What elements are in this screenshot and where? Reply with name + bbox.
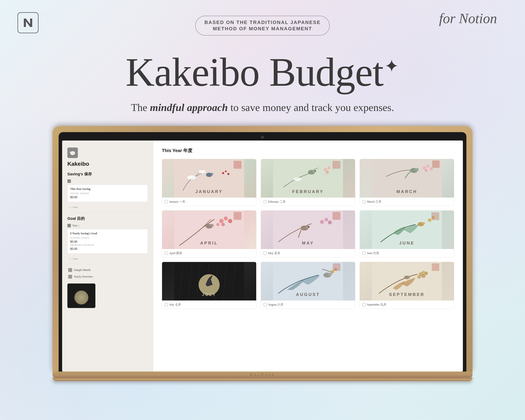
svg-point-45 bbox=[308, 226, 309, 227]
this-year-saving-box[interactable]: This Year Saving [TOTAL SAVED] $0.00 bbox=[67, 185, 148, 202]
february-cal-icon bbox=[263, 200, 267, 203]
dark-thumbnail bbox=[67, 283, 95, 308]
april-art: APRIL bbox=[162, 211, 256, 249]
saving-goal-label: [SAVING GOAL] bbox=[70, 236, 145, 239]
svg-point-21 bbox=[328, 166, 331, 169]
march-cal-icon bbox=[362, 200, 366, 203]
june-label: June 六月 bbox=[360, 249, 454, 257]
june-cal-icon bbox=[362, 252, 366, 255]
march-art: MARCH bbox=[360, 159, 454, 197]
yearly-savings-goal-title: $ Yearly Saving's Goal bbox=[70, 232, 145, 235]
may-label-text: May 五月 bbox=[268, 251, 280, 255]
sidebar: Kakeibo Saving's 保存 This Year Saving [TO… bbox=[62, 140, 153, 372]
camera-dot bbox=[261, 136, 264, 139]
year-table-icon bbox=[67, 224, 71, 227]
february-art: FEBRUARY bbox=[261, 159, 355, 197]
may-card[interactable]: MAY May 五月 bbox=[261, 210, 355, 257]
svg-rect-41 bbox=[234, 212, 242, 220]
july-label-text: July 七月 bbox=[169, 303, 181, 307]
section-title: This Year 年度 bbox=[162, 148, 454, 154]
august-art: AUGUST bbox=[261, 262, 355, 300]
top-badge: BASED ON THE TRADITIONAL JAPANESE METHOD… bbox=[195, 16, 330, 36]
sample-month-icon bbox=[68, 268, 72, 272]
sidebar-divider bbox=[67, 212, 148, 213]
year-filter-label: Year ↓ bbox=[72, 224, 79, 227]
february-text: FEBRUARY bbox=[292, 189, 324, 194]
march-card[interactable]: MARCH March 三月 bbox=[360, 159, 454, 206]
yearly-overview-label: Yearly Overview bbox=[74, 275, 93, 278]
laptop-screen-bezel: Kakeibo Saving's 保存 This Year Saving [TO… bbox=[59, 132, 466, 372]
march-label-text: March 三月 bbox=[367, 200, 382, 204]
svg-rect-55 bbox=[431, 212, 439, 220]
svg-point-35 bbox=[210, 224, 214, 227]
svg-point-28 bbox=[423, 166, 426, 169]
yearly-overview-nav[interactable]: Yearly Overview bbox=[67, 273, 148, 280]
may-text: MAY bbox=[302, 241, 314, 245]
badge-text-line1: BASED ON THE TRADITIONAL JAPANESE bbox=[204, 19, 321, 26]
january-label-text: January 一月 bbox=[169, 200, 185, 204]
for-notion-label: for Notion bbox=[439, 10, 497, 27]
september-label-text: September 九月 bbox=[367, 303, 386, 307]
add-goal-label: + New bbox=[71, 258, 78, 261]
year-filter[interactable]: Year ↓ bbox=[67, 224, 148, 227]
september-card[interactable]: SEPTEMBER September 九月 bbox=[360, 262, 454, 309]
july-cal-icon bbox=[165, 303, 168, 306]
sparkle-icon: ✦ bbox=[384, 56, 399, 76]
svg-point-9 bbox=[199, 170, 206, 173]
may-cal-icon bbox=[263, 252, 267, 255]
svg-point-78 bbox=[408, 276, 411, 278]
svg-point-76 bbox=[422, 271, 425, 274]
january-label: January 一月 bbox=[162, 197, 256, 206]
january-card[interactable]: JANUARY January 一月 bbox=[162, 159, 256, 206]
august-label: August 八月 bbox=[261, 300, 355, 309]
svg-point-14 bbox=[227, 173, 229, 175]
svg-point-46 bbox=[320, 220, 324, 224]
add-goal-button[interactable]: + + New bbox=[67, 257, 80, 261]
july-card[interactable]: JULY July 七月 bbox=[162, 262, 256, 309]
plus-icon-2: + bbox=[69, 258, 71, 261]
svg-point-4 bbox=[72, 154, 73, 155]
september-cal-icon bbox=[362, 303, 366, 306]
sample-month-nav[interactable]: Sample Month bbox=[67, 267, 148, 273]
month-grid: JANUARY January 一月 bbox=[162, 159, 454, 309]
february-card[interactable]: FEBRUARY February 二月 bbox=[261, 159, 355, 206]
svg-point-39 bbox=[221, 223, 225, 226]
yearly-savings-goal-box[interactable]: $ Yearly Saving's Goal [SAVING GOAL] $0.… bbox=[67, 229, 148, 253]
june-text: JUNE bbox=[399, 241, 415, 245]
badge-text-line2: METHOD OF MONEY MANAGEMENT bbox=[204, 26, 321, 32]
svg-point-48 bbox=[328, 221, 332, 224]
monthly-savings-value: $0.00 bbox=[70, 247, 145, 251]
july-art: JULY bbox=[162, 262, 256, 300]
savings-section-title: Saving's 保存 bbox=[67, 171, 148, 177]
svg-point-52 bbox=[422, 222, 425, 224]
svg-point-11 bbox=[210, 173, 213, 175]
table-icon bbox=[67, 179, 71, 183]
plus-icon: + bbox=[69, 206, 71, 209]
svg-rect-70 bbox=[333, 263, 340, 271]
subtitle: The mindful approach to save money and t… bbox=[131, 102, 394, 113]
april-card[interactable]: APRIL April 四月 bbox=[162, 210, 256, 257]
table-header bbox=[67, 179, 148, 183]
yearly-overview-icon bbox=[68, 275, 72, 279]
june-card[interactable]: JUNE June 六月 bbox=[360, 210, 454, 257]
total-saved-value: $0.00 bbox=[70, 196, 145, 199]
march-label: March 三月 bbox=[360, 197, 454, 206]
svg-rect-24 bbox=[332, 161, 340, 169]
april-label-text: April 四月 bbox=[169, 251, 182, 255]
march-text: MARCH bbox=[396, 189, 417, 194]
august-card[interactable]: AUGUST August 八月 bbox=[261, 262, 355, 309]
july-text: JULY bbox=[202, 292, 216, 297]
monthly-savings-label: [MONTHS SAVINGS] bbox=[70, 243, 145, 246]
subtitle-suffix: to save money and track you expenses. bbox=[228, 102, 394, 113]
svg-point-47 bbox=[325, 218, 328, 221]
june-label-text: June 六月 bbox=[367, 251, 379, 255]
laptop-outer: Kakeibo Saving's 保存 This Year Saving [TO… bbox=[53, 126, 472, 381]
svg-point-8 bbox=[187, 175, 196, 179]
main-content: This Year 年度 bbox=[153, 140, 463, 372]
svg-point-40 bbox=[216, 223, 219, 226]
laptop-screen: Kakeibo Saving's 保存 This Year Saving [TO… bbox=[62, 140, 463, 372]
svg-point-36 bbox=[219, 219, 224, 223]
svg-point-29 bbox=[426, 165, 429, 168]
add-saving-button[interactable]: + + New bbox=[67, 205, 80, 210]
goal-section-title: Goal 目的 bbox=[67, 216, 148, 221]
